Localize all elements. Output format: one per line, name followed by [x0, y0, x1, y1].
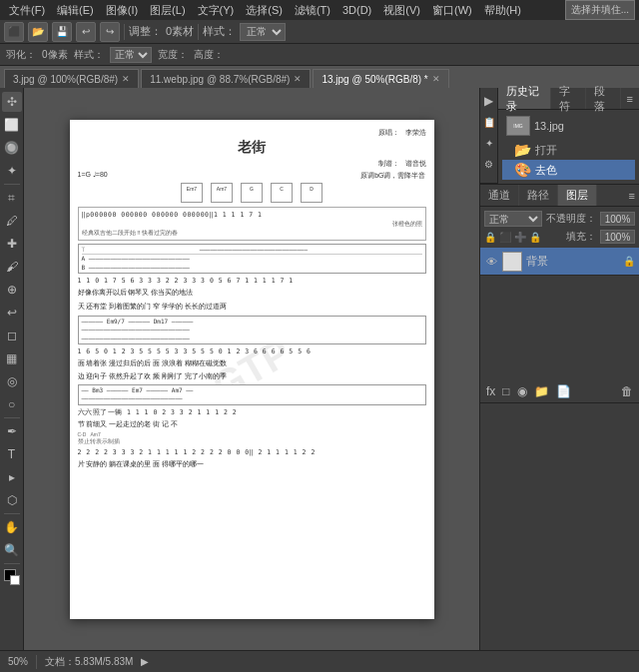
sheet-title: 老街 — [78, 139, 426, 157]
new-group-btn[interactable]: 📁 — [532, 384, 551, 398]
layers-tab-layers[interactable]: 图层 — [558, 185, 597, 206]
chord-marker-am7: Am7 — [90, 431, 100, 437]
menu-file[interactable]: 文件(F) — [4, 1, 50, 20]
tab-3-close[interactable]: ✕ — [432, 74, 440, 84]
tab-2[interactable]: 11.webp.jpg @ 88.7%(RGB/8#) ✕ — [141, 69, 311, 88]
tool-clone[interactable]: ⊕ — [2, 280, 22, 300]
opacity-input[interactable] — [600, 212, 635, 226]
toolbar: ⬛ 📂 💾 ↩ ↪ 调整： 0素材 样式： 正常 — [0, 20, 639, 44]
panel-tab-char[interactable]: 字符 — [551, 88, 586, 109]
section-5-notation: 1 6 5 0 1 2 3 5 5 5 5 3 3 5 5 5 0 1 2 3 … — [78, 346, 426, 356]
panel-tab-para[interactable]: 段落 — [586, 88, 621, 109]
blend-mode-row: 正常 不透明度： — [484, 211, 635, 227]
menu-layer[interactable]: 图层(L) — [145, 1, 190, 20]
tool-eraser[interactable]: ◻ — [2, 326, 22, 345]
layers-panel-options[interactable]: ≡ — [625, 190, 639, 202]
select-fill-btn[interactable]: 选择并填住... — [565, 0, 635, 20]
add-mask-btn[interactable]: □ — [500, 384, 511, 398]
toolbar-save[interactable]: 💾 — [52, 22, 72, 42]
history-file-item[interactable]: IMG 13.jpg — [502, 114, 635, 138]
icon-history2[interactable]: 📋 — [480, 113, 498, 131]
lock-icon-2[interactable]: ⬛ — [499, 232, 511, 243]
menu-view[interactable]: 视图(V) — [378, 1, 425, 20]
lock-icon-4[interactable]: 🔒 — [529, 232, 541, 243]
tool-separator-3 — [4, 513, 20, 514]
section-3-notation: 1 1 0 1 7 5 6 3 3 3 2 2 3 3 3 0 5 6 7 1 … — [78, 276, 426, 286]
panel-tab-bar: 历史记录 字符 段落 ≡ — [498, 88, 639, 110]
tab-1[interactable]: 3.jpg @ 100%(RGB/8#) ✕ — [4, 69, 139, 88]
history-action-open[interactable]: 📂 打开 — [502, 140, 635, 160]
feather-label: 羽化： — [6, 48, 36, 62]
panel-options-btn[interactable]: ≡ — [621, 88, 639, 109]
opacity-label: 不透明度： — [546, 212, 596, 226]
fill-row: 🔒 ⬛ ➕ 🔒 填充： — [484, 230, 635, 244]
menu-help[interactable]: 帮助(H) — [479, 1, 526, 20]
tool-crop[interactable]: ⌗ — [2, 188, 22, 208]
tool-gradient[interactable]: ▦ — [2, 348, 22, 368]
main-layout: ✣ ⬜ 🔘 ✦ ⌗ 🖊 ✚ 🖌 ⊕ ↩ ◻ ▦ ◎ ○ ✒ T ▸ ⬡ ✋ 🔍 … — [0, 88, 639, 650]
menu-text[interactable]: 文字(Y) — [193, 1, 240, 20]
tool-move[interactable]: ✣ — [2, 92, 22, 112]
menu-edit[interactable]: 编辑(E) — [52, 1, 99, 20]
tool-heal[interactable]: ✚ — [2, 234, 22, 254]
fill-input[interactable] — [600, 230, 635, 244]
tool-pen[interactable]: ✒ — [2, 421, 22, 441]
doc-size: 文档：5.83M/5.83M — [45, 655, 133, 669]
menu-image[interactable]: 图像(I) — [101, 1, 143, 20]
toolbar-new[interactable]: ⬛ — [4, 22, 24, 42]
layers-tab-paths[interactable]: 路径 — [519, 185, 558, 206]
toolbar-redo[interactable]: ↪ — [100, 22, 120, 42]
tab-2-label: 11.webp.jpg @ 88.7%(RGB/8#) — [150, 74, 290, 85]
panel-tab-history[interactable]: 历史记录 — [498, 88, 551, 109]
new-layer-btn[interactable]: 📄 — [554, 384, 573, 398]
tool-select-rect[interactable]: ⬜ — [2, 115, 22, 135]
icon-settings2[interactable]: ⚙ — [480, 155, 498, 173]
menu-select[interactable]: 选择(S) — [241, 1, 288, 20]
layers-options: 正常 不透明度： 🔒 ⬛ ➕ 🔒 填充： — [480, 207, 639, 248]
lock-icon-3[interactable]: ➕ — [514, 232, 526, 243]
tool-dodge[interactable]: ○ — [2, 394, 22, 414]
blend-mode-select[interactable]: 正常 — [484, 211, 542, 227]
section-6-tab: —— Bm3 —————— Em7 —————— Am7 —— ————————… — [78, 384, 426, 405]
history-action-desaturate[interactable]: 🎨 去色 — [502, 160, 635, 180]
tool-shape[interactable]: ⬡ — [2, 490, 22, 510]
section-7-lyrics: 节 前细又 一起走过的老 街 记 不 — [78, 418, 426, 430]
tool-foreground-color[interactable] — [2, 567, 22, 587]
tool-zoom[interactable]: 🔍 — [2, 540, 22, 560]
desaturate-action-label: 去色 — [535, 163, 557, 178]
tool-hand[interactable]: ✋ — [2, 517, 22, 537]
tool-path-select[interactable]: ▸ — [2, 467, 22, 487]
tool-eyedropper[interactable]: 🖊 — [2, 211, 22, 231]
menu-filter[interactable]: 滤镜(T) — [290, 1, 335, 20]
delete-layer-btn[interactable]: 🗑 — [619, 384, 635, 398]
status-arrow[interactable]: ▶ — [141, 656, 149, 667]
tab-1-close[interactable]: ✕ — [122, 74, 130, 84]
layers-tab-channels[interactable]: 通道 — [480, 185, 519, 206]
menu-3d[interactable]: 3D(D) — [337, 2, 376, 18]
tab-2-close[interactable]: ✕ — [294, 74, 302, 84]
height-label: 高度： — [194, 48, 224, 62]
tab-3[interactable]: 13.jpg @ 50%(RGB/8) * ✕ — [313, 69, 448, 88]
style-select2[interactable]: 正常 — [110, 47, 152, 63]
lock-icon-1[interactable]: 🔒 — [484, 232, 496, 243]
create-fill-btn[interactable]: ◉ — [515, 384, 529, 398]
status-bar: 50% 文档：5.83M/5.83M ▶ — [0, 650, 639, 672]
style-select[interactable]: 正常 — [240, 23, 286, 41]
tool-type[interactable]: T — [2, 444, 22, 464]
canvas-area[interactable]: GTP 原唱： 李荣浩 老街 制谱： 谱音悦 1=G ♩=80 原调bG调，需降… — [24, 88, 479, 650]
tool-history-brush[interactable]: ↩ — [2, 303, 22, 323]
layer-item-background[interactable]: 👁 背景 🔒 — [480, 248, 639, 276]
toolbar-open[interactable]: 📂 — [28, 22, 48, 42]
toolbar-undo[interactable]: ↩ — [76, 22, 96, 42]
add-layer-style-btn[interactable]: fx — [484, 384, 497, 398]
chord-diagram-5: D — [301, 183, 322, 203]
tool-magic-wand[interactable]: ✦ — [2, 161, 22, 181]
icon-expand[interactable]: ▶ — [480, 92, 498, 110]
layer-visibility-eye[interactable]: 👁 — [484, 256, 498, 268]
toolbar-separator-2 — [198, 24, 199, 40]
tool-lasso[interactable]: 🔘 — [2, 138, 22, 158]
tool-blur[interactable]: ◎ — [2, 371, 22, 391]
icon-tool2[interactable]: ✦ — [480, 134, 498, 152]
menu-window[interactable]: 窗口(W) — [427, 1, 477, 20]
tool-brush[interactable]: 🖌 — [2, 257, 22, 277]
